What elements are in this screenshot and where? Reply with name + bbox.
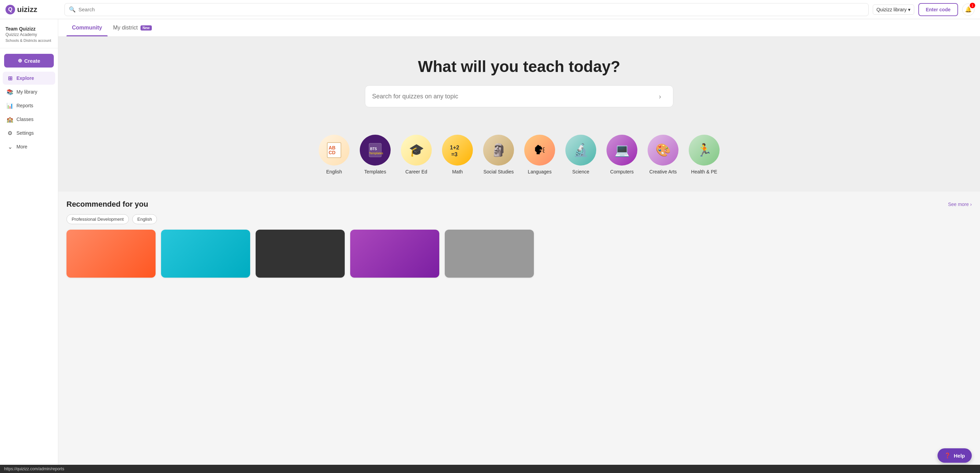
chevron-down-icon: ▾: [908, 7, 910, 12]
sidebar-item-more[interactable]: ⌄ More: [3, 140, 55, 153]
quiz-card-2-thumb: [161, 229, 250, 278]
category-health-label: Health & PE: [691, 169, 717, 174]
user-name: Team Quizizz: [5, 26, 52, 32]
filter-tag-professional-dev[interactable]: Professional Development: [67, 214, 129, 224]
category-science-icon: 🔬: [565, 135, 596, 166]
hero-search-input[interactable]: [372, 93, 650, 100]
tab-community[interactable]: Community: [67, 19, 108, 36]
chevron-icon: ⌄: [7, 143, 13, 150]
create-button[interactable]: ⊕ Create: [4, 54, 54, 67]
category-templates-label: Templates: [364, 169, 386, 174]
see-more-link[interactable]: See more ›: [948, 202, 972, 207]
quiz-card-3-thumb: [256, 229, 345, 278]
category-computers[interactable]: 💻 Computers: [606, 135, 637, 174]
plus-icon: ⊕: [18, 57, 22, 64]
quiz-card-4-thumb: [350, 229, 439, 278]
notification-badge: 1: [970, 3, 975, 8]
recommended-title: Recommended for you: [67, 200, 148, 209]
tabs-bar: Community My district New: [58, 19, 980, 37]
category-math[interactable]: 1+2 =3 Math: [442, 135, 473, 174]
svg-text:CD: CD: [329, 150, 336, 155]
quiz-cards: [67, 229, 972, 283]
see-more-label: See more: [948, 202, 969, 207]
help-icon: ❓: [944, 452, 951, 459]
category-languages-label: Languages: [528, 169, 551, 174]
topbar-right: Quizizz library ▾ Enter code 🔔 1: [873, 3, 975, 16]
category-templates-icon: BTS Templates: [360, 135, 391, 166]
topbar: Q uizizz 🔍 Quizizz library ▾ Enter code …: [0, 0, 980, 19]
logo: Q uizizz: [5, 5, 60, 14]
recommended-header: Recommended for you See more ›: [67, 200, 972, 209]
sidebar-item-explore[interactable]: ⊞ Explore: [3, 72, 55, 84]
sidebar: Team Quizizz Quizizz Academy Schools & D…: [0, 19, 58, 465]
svg-text:1+2: 1+2: [450, 145, 459, 150]
hero-title: What will you teach today?: [67, 57, 972, 76]
sidebar-more-label: More: [16, 144, 27, 150]
notification-button[interactable]: 🔔 1: [962, 3, 975, 16]
sidebar-classes-label: Classes: [16, 116, 33, 122]
settings-icon: ⚙: [7, 130, 13, 136]
sidebar-settings-label: Settings: [16, 130, 34, 136]
categories-section: AB CD English BTS Templates Templates �: [58, 124, 980, 192]
filter-tags: Professional Development English: [67, 214, 972, 224]
sidebar-reports-label: Reports: [16, 103, 33, 108]
category-english-icon: AB CD: [319, 135, 350, 166]
help-label: Help: [954, 453, 965, 459]
category-computers-label: Computers: [610, 169, 633, 174]
category-health-icon: 🏃: [689, 135, 719, 166]
quiz-card-5-thumb: [445, 229, 534, 278]
sidebar-library-label: My library: [16, 89, 37, 95]
category-creative-icon: 🎨: [648, 135, 678, 166]
category-languages[interactable]: 🗣 Languages: [524, 135, 555, 174]
search-bar[interactable]: 🔍: [64, 3, 869, 16]
explore-icon: ⊞: [7, 75, 13, 81]
library-button[interactable]: Quizizz library ▾: [873, 5, 914, 15]
reports-icon: 📊: [7, 102, 13, 109]
category-english[interactable]: AB CD English: [319, 135, 350, 174]
category-templates[interactable]: BTS Templates Templates: [360, 135, 391, 174]
category-creative-label: Creative Arts: [649, 169, 677, 174]
category-creative-arts[interactable]: 🎨 Creative Arts: [648, 135, 678, 174]
hero-search[interactable]: ›: [365, 85, 673, 107]
library-icon: 📚: [7, 89, 13, 95]
sidebar-item-settings[interactable]: ⚙ Settings: [3, 126, 55, 140]
search-icon: 🔍: [69, 6, 76, 13]
community-tab-label: Community: [72, 25, 102, 31]
tab-my-district[interactable]: My district New: [108, 19, 157, 36]
category-social-icon: 🗿: [483, 135, 514, 166]
new-badge: New: [140, 25, 152, 30]
content: Community My district New What will you …: [58, 19, 980, 465]
quiz-card-1-thumb: [67, 229, 156, 278]
help-button[interactable]: ❓ Help: [937, 448, 972, 463]
sidebar-nav: ⊞ Explore 📚 My library 📊 Reports 🏫 Class…: [0, 72, 58, 153]
quiz-card-4[interactable]: [350, 229, 439, 278]
hero-section: What will you teach today? ›: [58, 37, 980, 124]
quiz-card-5[interactable]: [445, 229, 534, 278]
search-arrow-icon: ›: [654, 90, 666, 102]
status-bar: https://quizizz.com/admin/reports: [0, 465, 980, 473]
sidebar-item-reports[interactable]: 📊 Reports: [3, 99, 55, 112]
user-org: Quizizz Academy: [5, 32, 52, 37]
quiz-card-2[interactable]: [161, 229, 250, 278]
search-input[interactable]: [78, 6, 864, 12]
category-math-label: Math: [452, 169, 463, 174]
category-social-studies[interactable]: 🗿 Social Studies: [483, 135, 514, 174]
filter-tag-english[interactable]: English: [132, 214, 157, 224]
recommended-section: Recommended for you See more › Professio…: [58, 192, 980, 283]
sidebar-item-classes[interactable]: 🏫 Classes: [3, 113, 55, 126]
district-tab-label: My district: [113, 25, 138, 31]
sidebar-explore-label: Explore: [16, 75, 34, 81]
category-careered-icon: 🎓: [401, 135, 432, 166]
quiz-card-3[interactable]: [256, 229, 345, 278]
category-health-pe[interactable]: 🏃 Health & PE: [689, 135, 719, 174]
enter-code-button[interactable]: Enter code: [918, 3, 958, 16]
category-english-label: English: [326, 169, 342, 174]
category-career-ed[interactable]: 🎓 Career Ed: [401, 135, 432, 174]
category-languages-icon: 🗣: [524, 135, 555, 166]
sidebar-item-my-library[interactable]: 📚 My library: [3, 85, 55, 99]
main-layout: Team Quizizz Quizizz Academy Schools & D…: [0, 19, 980, 465]
quiz-card-1[interactable]: [67, 229, 156, 278]
sidebar-user: Team Quizizz Quizizz Academy Schools & D…: [0, 23, 58, 48]
category-science[interactable]: 🔬 Science: [565, 135, 596, 174]
user-account-type: Schools & Districts account: [5, 38, 52, 43]
